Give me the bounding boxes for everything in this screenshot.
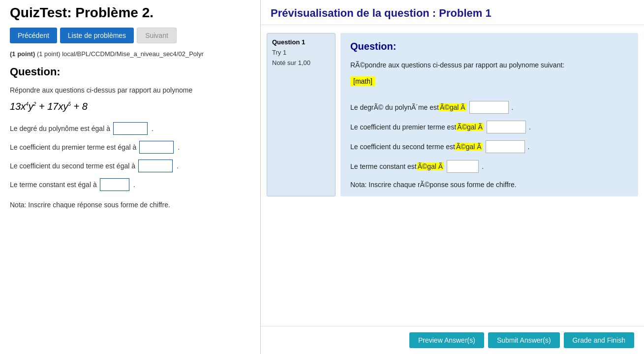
preview-answers-button[interactable]: Preview Answer(s) (409, 332, 484, 348)
prev-button[interactable]: Précédent (10, 28, 57, 43)
right-input-4[interactable] (447, 160, 479, 173)
points-line: (1 point) (1 point) local/BPL/CCDMD/Mise… (10, 50, 250, 58)
right-field-row-4: Le terme constant est Ã©gal Ã . (350, 160, 628, 173)
left-question-heading: Question: (10, 65, 250, 78)
right-field-2-dot: . (529, 123, 531, 131)
left-panel: QuizTest: Problème 2. Précédent Liste de… (0, 0, 261, 354)
right-field-4-dot: . (482, 162, 484, 170)
left-field-4-dot: . (133, 181, 135, 189)
right-field-3-highlight: Ã©gal Ã (455, 143, 483, 151)
right-field-1-highlight: Ã©gal Ã (439, 103, 466, 111)
left-math-formula: 13x4y2 + 17xy5 + 8 (10, 101, 250, 112)
right-field-row-2: Le coefficient du premier terme est Ã©ga… (350, 121, 628, 133)
left-field-row-2: Le coefficient du premier terme est égal… (10, 141, 250, 154)
left-field-row-4: Le terme constant est égal à . (10, 178, 250, 191)
left-field-4-label: Le terme constant est égal à (10, 181, 97, 189)
left-input-3[interactable] (138, 160, 173, 172)
right-field-4-label-before: Le terme constant est (350, 162, 417, 170)
left-field-2-label: Le coefficient du premier terme est égal… (10, 143, 136, 151)
right-field-2-highlight: Ã©gal Ã (456, 123, 484, 131)
right-field-4-highlight: Ã©gal Ã (417, 162, 444, 170)
math-highlight-block: [math] (350, 76, 628, 93)
left-field-2-dot: . (178, 143, 180, 151)
left-question-text: Répondre aux questions ci-dessus par rap… (10, 86, 250, 94)
q-nav-try: Try 1 (272, 49, 330, 56)
math-highlight: [math] (350, 76, 375, 86)
right-input-3[interactable] (486, 140, 525, 153)
right-input-2[interactable] (487, 121, 526, 133)
left-field-row-3: Le coefficient du second terme est égal … (10, 160, 250, 172)
left-input-4[interactable] (100, 178, 129, 191)
right-question-heading: Question: (350, 41, 628, 52)
right-field-1-label-before: Le degrÃ© du polynÃ´me est (350, 103, 439, 111)
grade-finish-button[interactable]: Grade and Finish (564, 332, 634, 348)
left-field-3-dot: . (177, 162, 179, 170)
right-field-row-1: Le degrÃ© du polynÃ´me est Ã©gal Ã . (350, 101, 628, 114)
right-question-text: RÃ©pondre aux questions ci-dessus par ra… (350, 60, 628, 70)
right-wrapper: Prévisualisation de la question : Proble… (261, 0, 644, 354)
left-field-1-label: Le degré du polynôme est égal à (10, 125, 110, 132)
right-field-1-dot: . (512, 103, 514, 111)
left-field-3-label: Le coefficient du second terme est égal … (10, 162, 135, 170)
list-button[interactable]: Liste de problèmes (60, 28, 134, 43)
submit-answers-button[interactable]: Submit Answer(s) (488, 332, 560, 348)
right-input-1[interactable] (469, 101, 509, 114)
next-button[interactable]: Suivant (137, 28, 177, 43)
left-input-2[interactable] (139, 141, 174, 154)
right-field-2-label-before: Le coefficient du premier terme est (350, 123, 456, 131)
right-field-3-label-before: Le coefficient du second terme est (350, 143, 455, 151)
q-nav-score: Noté sur 1,00 (272, 59, 330, 66)
right-title: Prévisualisation de la question : Proble… (261, 0, 644, 25)
question-main: Question: RÃ©pondre aux questions ci-des… (340, 33, 638, 196)
bottom-action-bar: Preview Answer(s) Submit Answer(s) Grade… (261, 326, 644, 354)
question-nav-sidebar: Question 1 Try 1 Noté sur 1,00 (267, 33, 336, 196)
right-nota: Nota: Inscrire chaque rÃ©ponse sous form… (350, 181, 628, 189)
left-nota: Nota: Inscrire chaque réponse sous forme… (10, 201, 250, 209)
right-field-3-dot: . (528, 143, 530, 151)
left-field-1-dot: . (152, 125, 153, 132)
right-content: Question 1 Try 1 Noté sur 1,00 Question:… (261, 25, 644, 204)
left-field-row-1: Le degré du polynôme est égal à . (10, 122, 250, 135)
page-title: QuizTest: Problème 2. (10, 5, 250, 21)
left-input-1[interactable] (113, 122, 148, 135)
q-nav-title: Question 1 (272, 38, 330, 46)
nav-buttons: Précédent Liste de problèmes Suivant (10, 28, 250, 43)
right-field-row-3: Le coefficient du second terme est Ã©gal… (350, 140, 628, 153)
